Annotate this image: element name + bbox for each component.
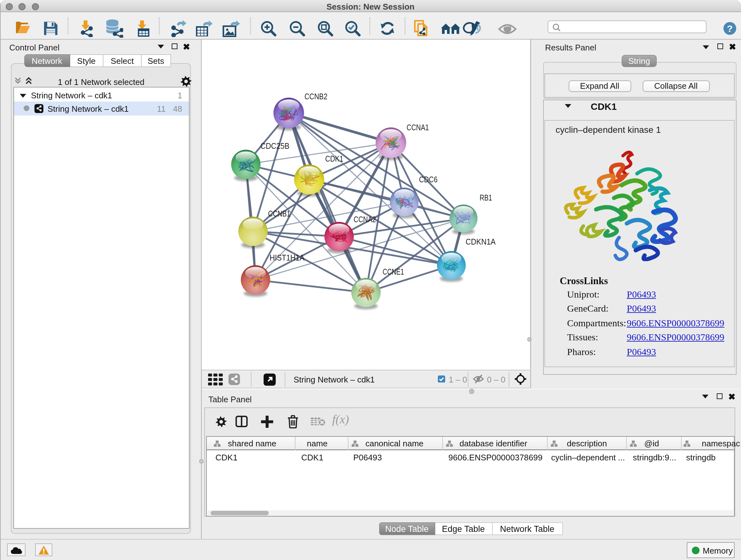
svg-text:CCNE1: CCNE1: [382, 266, 404, 276]
svg-text:CDKN1A: CDKN1A: [465, 237, 495, 246]
svg-text:CCNB2: CCNB2: [304, 91, 327, 101]
svg-text:CCNB1: CCNB1: [268, 208, 290, 218]
svg-text:RB1: RB1: [479, 192, 492, 202]
svg-text:CCNA2: CCNA2: [353, 214, 376, 224]
svg-text:CDK1: CDK1: [325, 153, 343, 163]
svg-text:?: ?: [727, 23, 733, 34]
svg-text:CCNA1: CCNA1: [406, 122, 428, 132]
svg-text:HIST1H1A: HIST1H1A: [269, 253, 305, 262]
svg-text:CDC25B: CDC25B: [260, 141, 289, 150]
svg-text:CDC6: CDC6: [419, 174, 437, 184]
